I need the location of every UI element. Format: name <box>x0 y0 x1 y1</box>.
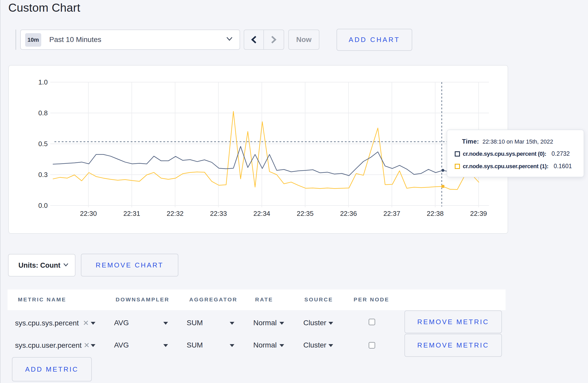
svg-text:22:38: 22:38 <box>427 210 444 217</box>
svg-text:22:31: 22:31 <box>123 210 140 217</box>
svg-text:22:36: 22:36 <box>340 210 357 217</box>
svg-text:22:35: 22:35 <box>297 210 313 217</box>
svg-text:22:32: 22:32 <box>167 210 184 217</box>
svg-text:22:37: 22:37 <box>383 210 400 217</box>
svg-text:0.3: 0.3 <box>38 171 48 179</box>
svg-text:22:30: 22:30 <box>80 210 97 217</box>
svg-text:22:34: 22:34 <box>253 210 270 217</box>
svg-text:1.0: 1.0 <box>38 78 48 86</box>
svg-text:22:39: 22:39 <box>470 210 487 217</box>
svg-text:0.8: 0.8 <box>38 109 48 117</box>
svg-text:22:33: 22:33 <box>210 210 227 217</box>
svg-text:0.5: 0.5 <box>38 140 48 148</box>
svg-text:0.0: 0.0 <box>38 202 48 209</box>
